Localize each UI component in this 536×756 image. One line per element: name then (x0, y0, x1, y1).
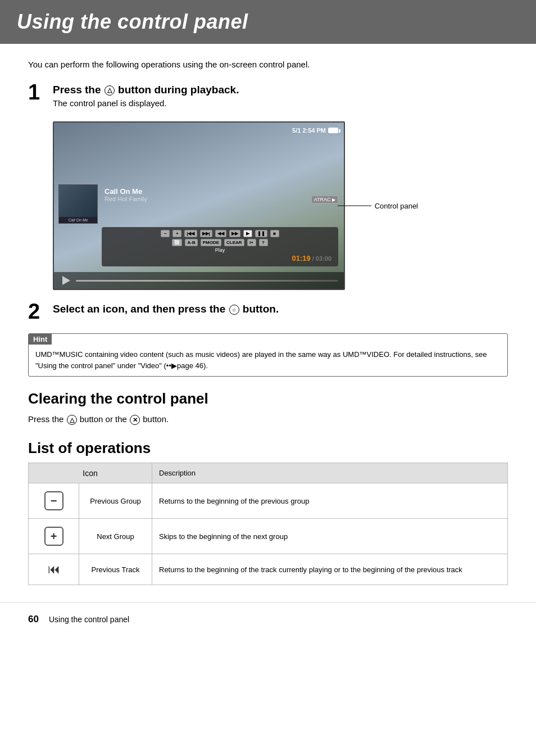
page-footer: 60 Using the control panel (0, 602, 536, 625)
previous-track-icon: ⏮ (48, 562, 60, 577)
prev-track-name: Previous Track (79, 554, 152, 585)
cp-info-btn[interactable]: i+ (247, 239, 256, 246)
page-title: Using the control panel (17, 10, 519, 34)
screen-container: 5/1 2:54 PM Call On Me Call On Me Red Ho… (53, 121, 345, 290)
cp-stop-btn[interactable]: ■ (270, 230, 279, 237)
hint-text: UMD™MUSIC containing video content (such… (29, 345, 507, 376)
table-row: ⏮ Previous Track Returns to the beginnin… (29, 554, 508, 585)
cp-clear-btn[interactable]: CLEAR (224, 239, 244, 246)
cp-help-btn[interactable]: ? (259, 239, 268, 246)
album-art: Call On Me (58, 184, 98, 224)
cp-pmode-btn[interactable]: PMODE (201, 239, 221, 246)
cp-next-skip-btn[interactable]: ▶▶| (200, 230, 212, 237)
step-1-desc: The control panel is displayed. (53, 98, 508, 108)
content: You can perform the following operations… (0, 60, 536, 585)
intro-text: You can perform the following operations… (28, 60, 508, 69)
desc-column-header: Description (152, 463, 508, 483)
label-line (338, 206, 371, 206)
next-group-name: Next Group (79, 519, 152, 554)
cp-rew-btn[interactable]: ◀◀ (215, 230, 226, 237)
cp-time: 01:19 / 03:00 (292, 254, 331, 262)
screen: 5/1 2:54 PM Call On Me Call On Me Red Ho… (53, 121, 345, 290)
table-row: + Next Group Skips to the beginning of t… (29, 519, 508, 554)
control-panel-label: Control panel (338, 202, 418, 210)
track-artist: Red Hot Family (105, 196, 147, 202)
step-2-title: Select an icon, and then press the ○ but… (53, 303, 508, 315)
icon-cell-prev-group: − (29, 483, 79, 519)
cp-row2: ⬜ A-B PMODE CLEAR i+ ? (106, 239, 334, 246)
prev-group-name: Previous Group (79, 483, 152, 519)
track-info: Call On Me Red Hot Family (105, 187, 147, 202)
page-number: 60 (28, 614, 39, 625)
prev-group-desc: Returns to the beginning of the previous… (152, 483, 508, 519)
hint-label: Hint (29, 334, 52, 345)
hint-box: Hint UMD™MUSIC containing video content … (28, 333, 508, 377)
icon-cell-next-group: + (29, 519, 79, 554)
cp-play-btn[interactable]: ▶ (243, 230, 252, 237)
page: Using the control panel You can perform … (0, 0, 536, 756)
screen-timestamp: 5/1 2:54 PM (292, 127, 338, 134)
next-group-desc: Skips to the beginning of the next group (152, 519, 508, 554)
icon-cell-prev-track: ⏮ (29, 554, 79, 585)
step-2: 2 Select an icon, and then press the ○ b… (28, 303, 508, 322)
step-1-content: Press the △ button during playback. The … (53, 84, 508, 292)
page-header: Using the control panel (0, 0, 536, 44)
cp-row1: − + |◀◀ ▶▶| ◀◀ ▶▶ ▶ ❚❚ ■ (106, 230, 334, 237)
step-2-number: 2 (28, 301, 53, 322)
clearing-heading: Clearing the control panel (28, 390, 508, 408)
screen-bottom-bar (54, 272, 344, 289)
circle-symbol: ○ (229, 305, 239, 315)
play-triangle-icon (62, 276, 70, 285)
cp-plus-btn[interactable]: + (172, 230, 181, 237)
step-1-number: 1 (28, 82, 53, 103)
triangle-symbol: △ (105, 85, 115, 96)
operations-table: Icon Description − Previous G (28, 463, 508, 586)
next-group-icon: + (44, 527, 63, 546)
album-label: Call On Me (59, 217, 97, 223)
cp-fwd-btn[interactable]: ▶▶ (229, 230, 240, 237)
clearing-text: Press the △ button or the ✕ button. (28, 413, 508, 426)
cp-play-label: Play (106, 247, 334, 253)
table-header-row: Icon Description (29, 463, 508, 483)
step-1: 1 Press the △ button during playback. Th… (28, 84, 508, 292)
operations-heading: List of operations (28, 440, 508, 457)
cp-screen-btn[interactable]: ⬜ (172, 239, 182, 246)
prev-track-desc: Returns to the beginning of the track cu… (152, 554, 508, 585)
cp-ab-btn[interactable]: A-B (185, 239, 197, 246)
track-name: Call On Me (105, 187, 147, 196)
cp-minus-btn[interactable]: − (161, 230, 170, 237)
icon-column-header: Icon (29, 463, 152, 483)
atrac-badge: ATRAC ▶ (311, 196, 338, 203)
footer-label: Using the control panel (49, 615, 129, 624)
cp-prev-skip-btn[interactable]: |◀◀ (184, 230, 197, 237)
battery-icon (328, 128, 338, 133)
triangle-symbol-2: △ (67, 415, 77, 425)
step-1-title: Press the △ button during playback. (53, 84, 508, 96)
cp-pause-btn[interactable]: ❚❚ (255, 230, 267, 237)
previous-group-icon: − (44, 491, 63, 510)
step-2-content: Select an icon, and then press the ○ but… (53, 303, 508, 318)
cross-symbol: ✕ (130, 415, 140, 425)
table-row: − Previous Group Returns to the beginnin… (29, 483, 508, 519)
control-panel: − + |◀◀ ▶▶| ◀◀ ▶▶ ▶ ❚❚ ■ ⬜ (102, 227, 338, 266)
